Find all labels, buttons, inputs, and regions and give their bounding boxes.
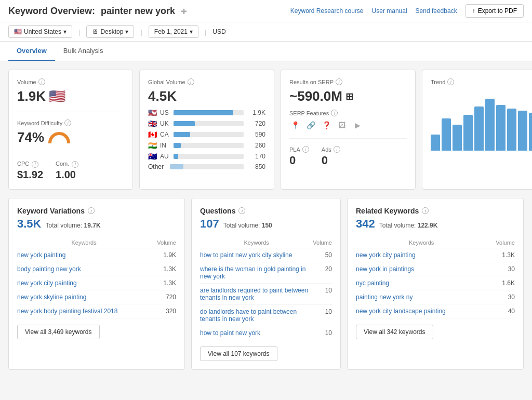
title-area: Keyword Overview: painter new york ✚: [8, 6, 187, 17]
kv-info-icon[interactable]: i: [88, 207, 95, 214]
chevron-down-icon-3: ▾: [190, 28, 193, 35]
trend-info-icon[interactable]: i: [447, 78, 454, 85]
serp-features-icons: 📍 🔗 ❓ 🖼 ▶: [289, 119, 407, 131]
serp-value: ~590.0M ⊞: [289, 88, 407, 104]
gv-bar-uk: [174, 121, 195, 126]
map-pin-icon: 📍: [289, 119, 301, 131]
top-links: Keyword Research course User manual Send…: [290, 7, 457, 15]
question-icon: ❓: [321, 119, 332, 131]
q-col-keywords: Keywords: [200, 237, 313, 248]
device-filter[interactable]: 🖥 Desktop ▾: [86, 25, 134, 38]
trend-bar: [518, 111, 527, 151]
flag-in: [148, 141, 157, 150]
kw-link[interactable]: are landlords required to paint between …: [200, 287, 308, 301]
flag-au: [148, 152, 157, 161]
pla-ads-row: PLA i 0 Ads i 0: [289, 146, 407, 167]
serp-card: Results on SERP i ~590.0M ⊞ SERP Feature…: [281, 70, 416, 190]
ads-value: 0: [322, 154, 340, 167]
global-volume-info-icon[interactable]: i: [188, 78, 194, 85]
gv-row-uk: UK 720: [148, 119, 265, 128]
separator: |: [78, 28, 80, 36]
date-filter[interactable]: Feb 1, 2021 ▾: [149, 25, 198, 38]
kw-link[interactable]: painting new york ny: [356, 294, 413, 301]
kd-info-icon[interactable]: i: [64, 119, 71, 126]
kv-section-title: Keyword Variations i: [17, 207, 176, 215]
rk-view-all-button[interactable]: View all 342 keywords: [356, 325, 433, 339]
rk-meta: Total volume: 122.9K: [379, 222, 438, 229]
table-row: nyc painting1.6K: [356, 276, 515, 290]
trend-bar: [496, 105, 506, 151]
ads-item: Ads i 0: [322, 146, 340, 167]
kw-link[interactable]: new york body painting festival 2018: [17, 308, 117, 315]
send-feedback-link[interactable]: Send feedback: [416, 7, 457, 15]
pla-info-icon[interactable]: i: [302, 146, 309, 153]
flag-us: [148, 109, 157, 117]
main-content: Volume i 1.9K 🇺🇸 Keyword Difficulty i 74…: [0, 61, 532, 378]
q-info-icon[interactable]: i: [238, 207, 245, 214]
kw-link[interactable]: where is the woman in gold painting in n…: [200, 265, 305, 280]
gv-row-ca: CA 590: [148, 130, 265, 139]
kw-link[interactable]: nyc painting: [356, 279, 389, 287]
country-filter[interactable]: 🇺🇸 United States ▾: [8, 25, 72, 38]
separator-2: |: [140, 28, 142, 36]
tab-overview[interactable]: Overview: [8, 42, 55, 61]
serp-features-info-icon[interactable]: i: [331, 110, 338, 116]
table-row: where is the woman in gold painting in n…: [200, 262, 332, 283]
table-row: do landlords have to paint between tenan…: [200, 304, 332, 326]
rk-info-icon[interactable]: i: [422, 207, 429, 214]
keyword-research-course-link[interactable]: Keyword Research course: [290, 7, 364, 15]
flag-us-icon: 🇺🇸: [49, 88, 65, 104]
q-view-all-button[interactable]: View all 107 keywords: [200, 346, 277, 361]
q-meta: Total volume: 150: [223, 222, 272, 229]
keyword-variations-section: Keyword Variations i 3.5K Total volume: …: [8, 198, 185, 370]
serp-info-icon[interactable]: i: [336, 78, 342, 85]
global-volume-label: Global Volume i: [148, 78, 265, 85]
volume-kd-cpc-card: Volume i 1.9K 🇺🇸 Keyword Difficulty i 74…: [8, 70, 133, 190]
com-value: 1.00: [56, 169, 78, 181]
kw-link[interactable]: new york skyline painting: [17, 294, 86, 301]
bottom-row: Keyword Variations i 3.5K Total volume: …: [8, 198, 524, 370]
gv-bar-other: [170, 164, 183, 169]
kw-link[interactable]: new york painting: [17, 251, 65, 259]
kv-view-all-button[interactable]: View all 3,469 keywords: [17, 325, 100, 339]
cpc-info-icon[interactable]: i: [32, 161, 38, 168]
tabs-bar: Overview Bulk Analysis: [0, 42, 532, 61]
ads-info-icon[interactable]: i: [334, 146, 340, 153]
kd-display: 74%: [17, 129, 124, 145]
trend-bar: [474, 106, 484, 151]
flag-icon: 🇺🇸: [14, 28, 22, 35]
tab-bulk-analysis[interactable]: Bulk Analysis: [55, 42, 112, 61]
table-row: are landlords required to paint between …: [200, 283, 332, 304]
q-section-title: Questions i: [200, 207, 332, 215]
global-volume-card: Global Volume i 4.5K US 1.9K UK 720: [139, 70, 274, 190]
cpc-value: $1.92: [17, 169, 43, 181]
kw-link[interactable]: how to paint new york city skyline: [200, 251, 292, 259]
table-row: new york body painting festival 2018320: [17, 304, 176, 318]
kw-link[interactable]: body painting new york: [17, 265, 81, 273]
rk-col-keywords: Keywords: [356, 237, 487, 248]
q-col-volume: Volume: [313, 237, 332, 248]
volume-info-icon[interactable]: i: [38, 78, 45, 85]
separator-3: |: [205, 28, 206, 36]
gv-bar-bg-in: [174, 143, 244, 148]
com-info-icon[interactable]: i: [72, 161, 78, 168]
trend-bar: [485, 99, 495, 151]
trend-label: Trend i: [431, 78, 532, 85]
top-bar: Keyword Overview: painter new york ✚ Key…: [0, 0, 532, 22]
page-title: Keyword Overview: painter new york ✚: [8, 6, 187, 17]
trend-card: Trend i: [422, 70, 532, 190]
gv-bar-bg-au: [174, 154, 244, 159]
kw-link[interactable]: do landlords have to paint between tenan…: [200, 308, 297, 323]
kw-link[interactable]: new york city painting: [17, 279, 77, 287]
gv-bar-us: [174, 110, 233, 115]
user-manual-link[interactable]: User manual: [372, 7, 407, 15]
kv-col-keywords: Keywords: [17, 237, 151, 248]
table-row: painting new york ny30: [356, 290, 515, 304]
desktop-icon: 🖥: [92, 28, 98, 35]
kw-link[interactable]: new york in paintings: [356, 265, 414, 273]
kw-link[interactable]: new york city landscape painting: [356, 308, 446, 315]
kw-link[interactable]: how to paint new york: [200, 329, 260, 337]
export-pdf-button[interactable]: ↑ Export to PDF: [466, 4, 524, 18]
table-row: new york city painting1.3K: [356, 248, 515, 262]
kw-link[interactable]: new york city painting: [356, 251, 416, 259]
